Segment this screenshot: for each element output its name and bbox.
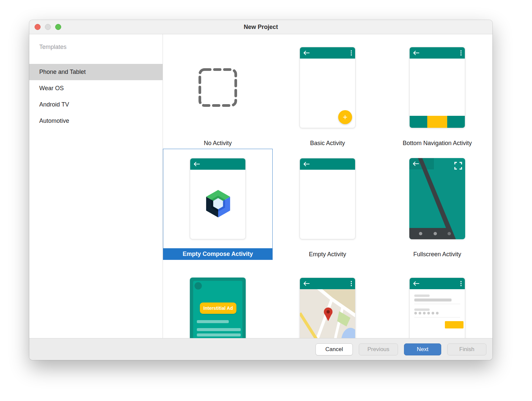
password-dots (414, 312, 439, 314)
sidebar-item-android-tv[interactable]: Android TV (29, 97, 163, 113)
field-divider (414, 304, 460, 304)
previous-button[interactable]: Previous (359, 343, 398, 355)
field-label-placeholder (414, 295, 430, 297)
tile-label: No Activity (163, 137, 273, 149)
compose-activity-preview (163, 149, 272, 248)
phone-mockup (409, 158, 465, 239)
overflow-menu-icon (461, 281, 462, 286)
fullscreen-activity-preview (382, 149, 492, 249)
sidebar-header: Templates (29, 44, 163, 51)
window-title: New Project (244, 24, 278, 31)
template-tile-empty-activity[interactable]: Empty Activity (273, 149, 382, 260)
jetpack-compose-logo (203, 189, 233, 218)
field-label-placeholder (414, 308, 430, 311)
template-tile-empty-compose-activity[interactable]: Empty Compose Activity (163, 149, 273, 260)
back-arrow-icon (413, 281, 420, 286)
ad-text-line (197, 320, 229, 323)
template-tile-no-activity[interactable]: No Activity (163, 38, 273, 149)
field-value-placeholder (414, 299, 452, 301)
finish-button[interactable]: Finish (447, 343, 486, 355)
sidebar-item-phone-and-tablet[interactable]: Phone and Tablet (29, 64, 163, 80)
dashed-square-icon (198, 67, 238, 108)
tile-label: Fullscreen Activity (382, 249, 492, 260)
next-button[interactable]: Next (404, 343, 441, 355)
sidebar-item-automotive[interactable]: Automotive (29, 113, 163, 129)
phone-mockup: + (300, 47, 355, 128)
fab-plus-icon: + (338, 110, 352, 124)
dialog-body: Templates Phone and Tablet Wear OS Andro… (29, 34, 492, 338)
ads-activity-preview: Interstitial Ad (163, 260, 273, 338)
dialog-footer: Cancel Previous Next Finish (29, 338, 492, 360)
field-divider (414, 317, 460, 317)
template-tile-maps-activity[interactable] (273, 260, 382, 338)
cancel-button[interactable]: Cancel (316, 343, 353, 355)
back-arrow-icon (194, 162, 200, 166)
template-grid: No Activity (163, 38, 492, 338)
phone-mockup (409, 278, 465, 338)
appbar (300, 278, 355, 289)
login-activity-preview (382, 260, 492, 338)
sidebar-item-wear-os[interactable]: Wear OS (29, 80, 163, 97)
interstitial-ad-badge: Interstitial Ad (200, 302, 236, 314)
appbar (410, 278, 465, 289)
overflow-menu-icon (351, 50, 352, 56)
tile-label: Basic Activity (273, 137, 382, 149)
bottom-navigation-preview (382, 38, 492, 137)
tile-label: Empty Activity (273, 249, 382, 260)
empty-activity-preview (273, 149, 382, 249)
ad-text-line (197, 328, 241, 331)
tile-label: Bottom Navigation Activity (382, 137, 492, 149)
back-arrow-icon (303, 281, 310, 286)
back-arrow-icon (303, 51, 310, 55)
template-tile-ads-activity[interactable]: Interstitial Ad (163, 260, 273, 338)
phone-mockup (190, 158, 246, 239)
window-controls (35, 20, 61, 34)
ad-text-line (197, 333, 241, 336)
appbar (410, 47, 465, 59)
tile-label-selected: Empty Compose Activity (163, 248, 272, 260)
template-tile-fullscreen-activity[interactable]: Fullscreen Activity (382, 149, 492, 260)
submit-button-placeholder (445, 321, 464, 328)
close-window-button[interactable] (35, 24, 41, 30)
basic-activity-preview: + (273, 38, 382, 137)
maps-activity-preview (273, 260, 382, 338)
sidebar-list: Phone and Tablet Wear OS Android TV Auto… (29, 64, 163, 129)
fullscreen-mockup-art (409, 158, 465, 239)
screen-background: New Project Templates Phone and Tablet W… (0, 0, 532, 401)
overflow-menu-icon (351, 281, 352, 286)
template-tile-login-activity[interactable] (382, 260, 492, 338)
zoom-window-button[interactable] (55, 24, 61, 30)
map-art (300, 289, 355, 338)
phone-mockup (409, 47, 465, 128)
appbar (300, 47, 355, 59)
template-tile-basic-activity[interactable]: + Basic Activity (273, 38, 382, 149)
templates-sidebar: Templates Phone and Tablet Wear OS Andro… (29, 34, 163, 338)
ad-mockup: Interstitial Ad (190, 278, 246, 338)
appbar (300, 158, 355, 170)
new-project-dialog: New Project Templates Phone and Tablet W… (29, 20, 492, 360)
back-arrow-icon (303, 162, 310, 166)
phone-mockup (300, 158, 355, 239)
phone-mockup (300, 278, 355, 338)
template-gallery: No Activity (163, 34, 492, 338)
login-form-mock (410, 289, 465, 338)
overflow-menu-icon (461, 50, 462, 56)
template-tile-bottom-navigation-activity[interactable]: Bottom Navigation Activity (382, 38, 492, 149)
no-activity-preview (163, 38, 273, 137)
ad-avatar-dot (195, 282, 202, 290)
back-arrow-icon (413, 51, 420, 55)
bottom-nav-bar (410, 116, 465, 128)
titlebar: New Project (29, 20, 492, 34)
minimize-window-button[interactable] (45, 24, 51, 30)
appbar (190, 158, 245, 170)
